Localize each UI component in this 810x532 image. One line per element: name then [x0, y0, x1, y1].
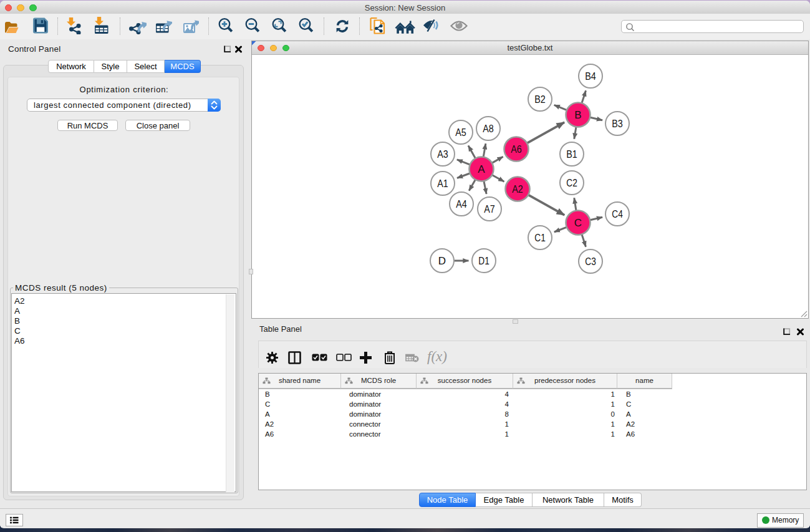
svg-text:A2: A2 [512, 183, 523, 195]
svg-text:A8: A8 [483, 123, 494, 135]
svg-text:A: A [478, 163, 485, 175]
svg-text:C2: C2 [566, 177, 577, 189]
svg-text:A5: A5 [455, 127, 466, 138]
svg-text:D: D [438, 255, 446, 267]
svg-text:B3: B3 [612, 118, 623, 130]
svg-text:D1: D1 [478, 255, 489, 267]
svg-text:C1: C1 [534, 232, 546, 244]
svg-text:A6: A6 [511, 143, 522, 155]
svg-text:A4: A4 [456, 198, 467, 210]
svg-text:B: B [574, 109, 581, 121]
svg-text:A3: A3 [437, 148, 448, 160]
svg-text:B2: B2 [534, 94, 546, 105]
svg-text:A1: A1 [437, 178, 448, 190]
svg-text:A7: A7 [484, 203, 495, 215]
svg-text:B1: B1 [566, 148, 577, 160]
svg-text:C: C [574, 217, 582, 229]
svg-text:C4: C4 [612, 208, 623, 220]
svg-text:B4: B4 [585, 70, 596, 82]
svg-text:C3: C3 [585, 256, 596, 268]
